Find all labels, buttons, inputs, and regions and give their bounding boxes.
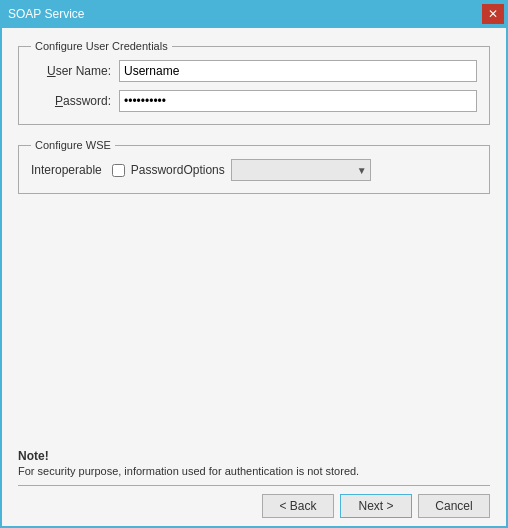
password-options-dropdown-wrapper: ▼ <box>231 159 371 181</box>
note-section: Note! For security purpose, information … <box>18 449 490 477</box>
note-title: Note! <box>18 449 490 463</box>
wse-group: Configure WSE Interoperable PasswordOpti… <box>18 139 490 194</box>
password-options-select[interactable] <box>231 159 371 181</box>
button-row: < Back Next > Cancel <box>18 494 490 518</box>
username-label: User Name: <box>31 64 111 78</box>
window-title: SOAP Service <box>8 7 84 21</box>
password-input[interactable] <box>119 90 477 112</box>
wse-row: Interoperable PasswordOptions ▼ <box>31 159 477 181</box>
spacer <box>18 208 490 449</box>
password-label-underline: P <box>55 94 63 108</box>
credentials-legend: Configure User Credentials <box>31 40 172 52</box>
note-text: For security purpose, information used f… <box>18 465 490 477</box>
username-input[interactable] <box>119 60 477 82</box>
interoperable-label: Interoperable <box>31 163 102 177</box>
password-options-label: PasswordOptions <box>131 163 225 177</box>
username-label-underline: U <box>47 64 56 78</box>
password-label: Password: <box>31 94 111 108</box>
credentials-group: Configure User Credentials User Name: Pa… <box>18 40 490 125</box>
interoperable-checkbox[interactable] <box>112 164 125 177</box>
wse-legend: Configure WSE <box>31 139 115 151</box>
password-row: Password: <box>31 90 477 112</box>
username-row: User Name: <box>31 60 477 82</box>
main-content: Configure User Credentials User Name: Pa… <box>0 28 508 528</box>
back-button[interactable]: < Back <box>262 494 334 518</box>
close-button[interactable]: ✕ <box>482 4 504 24</box>
title-bar: SOAP Service ✕ <box>0 0 508 28</box>
divider <box>18 485 490 486</box>
cancel-button[interactable]: Cancel <box>418 494 490 518</box>
next-button[interactable]: Next > <box>340 494 412 518</box>
